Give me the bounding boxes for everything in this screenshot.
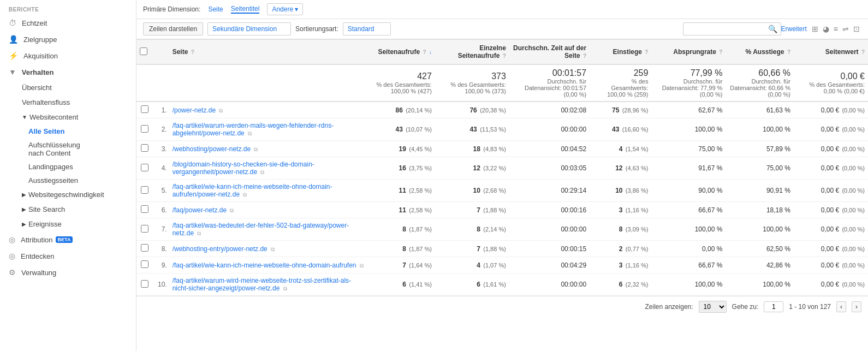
row-checkbox-input[interactable] (141, 244, 148, 252)
th-seite-help[interactable]: ? (191, 49, 194, 55)
row-checkbox-input[interactable] (141, 144, 148, 152)
th-absprungrate-label: Absprungrate (673, 48, 716, 56)
row-checkbox-input[interactable] (141, 164, 148, 171)
sidebar-item-ereignisse[interactable]: ▶ Ereignisse (0, 217, 136, 231)
sidebar-item-verhaltensfluss[interactable]: Verhaltensfluss (0, 95, 136, 110)
compare-view-icon[interactable]: ⇌ (841, 23, 851, 34)
th-zeit[interactable]: Durchschn. Zeit auf der Seite ? (509, 40, 590, 65)
sidebar-item-aufschluesselung[interactable]: Aufschlüsselungnach Content (0, 138, 136, 160)
row-zeit: 00:00:00 (509, 118, 590, 141)
th-seitenwert-help[interactable]: ? (861, 49, 865, 55)
sidebar-item-ausstiegsseiten[interactable]: Ausstiegsseiten (0, 174, 136, 187)
zeilen-select[interactable]: 10 25 50 100 (699, 301, 727, 313)
user-icon: 👤 (9, 35, 18, 44)
page-link[interactable]: /webhosting/power-netz.de (173, 145, 251, 153)
summary-checkbox (136, 64, 152, 102)
th-einstiege-help[interactable]: ? (645, 49, 648, 55)
external-link-icon[interactable]: ⧉ (283, 285, 287, 291)
th-einzelne-help[interactable]: ? (503, 53, 506, 59)
prev-page-button[interactable]: ‹ (836, 301, 846, 312)
row-checkbox-input[interactable] (141, 260, 148, 268)
external-link-icon[interactable]: ⧉ (271, 246, 275, 252)
next-page-button[interactable]: › (852, 301, 861, 312)
row-seitenwert: 0,00 € (0,00 %) (794, 118, 868, 141)
dim-andere-dropdown[interactable]: Andere ▾ (267, 3, 303, 15)
sidebar-item-landingpages[interactable]: Landingpages (0, 160, 136, 174)
sidebar-item-verhalten[interactable]: ▼ Verhalten (0, 64, 136, 80)
search-icon[interactable]: 🔍 (768, 25, 777, 33)
sidebar-item-websitecontent[interactable]: ▼ Websitecontent (0, 110, 136, 124)
th-einstiege[interactable]: Einstiege ? (590, 40, 651, 65)
sek-dim-select[interactable]: Sekundäre Dimension (207, 22, 291, 35)
external-link-icon[interactable]: ⧉ (243, 192, 247, 198)
external-link-icon[interactable]: ⧉ (197, 230, 201, 236)
external-link-icon[interactable]: ⧉ (254, 146, 258, 152)
row-checkbox-input[interactable] (141, 186, 148, 194)
sidebar-item-akquisition[interactable]: ⚡ Akquisition (0, 47, 136, 64)
th-ausstiege[interactable]: % Ausstiege ? (726, 40, 794, 65)
external-link-icon[interactable]: ⧉ (260, 169, 264, 175)
row-checkbox-input[interactable] (141, 125, 148, 133)
th-absprungrate-help[interactable]: ? (719, 49, 722, 55)
external-link-icon[interactable]: ⧉ (360, 263, 364, 269)
row-seitenwert-pct: (0,00 %) (842, 107, 865, 114)
gehe-zu-input[interactable] (764, 301, 783, 312)
summary-einzelne: 373 % des Gesamtwerts: 100,00 % (373) (435, 64, 509, 102)
row-checkbox-input[interactable] (141, 205, 148, 213)
sidebar-item-entdecken[interactable]: ◎ Entdecken (0, 248, 136, 264)
external-link-icon[interactable]: ⧉ (219, 108, 223, 114)
pie-view-icon[interactable]: ◕ (821, 23, 831, 34)
row-checkbox (136, 102, 152, 118)
th-seite[interactable]: Seite ? (169, 40, 367, 65)
th-seitenwert-label: Seitenwert (825, 48, 859, 56)
page-link[interactable]: /faq/power-netz.de (173, 206, 227, 214)
th-ausstiege-help[interactable]: ? (787, 49, 790, 55)
row-einstiege-pct: (1,16 %) (626, 207, 649, 213)
row-checkbox (136, 141, 152, 157)
row-einstiege-val: 3 (619, 206, 623, 214)
bar-view-icon[interactable]: ≡ (832, 23, 840, 34)
sidebar-item-websitegeschwindigkeit[interactable]: ▶ Websitegeschwindigkeit (0, 187, 136, 202)
page-link[interactable]: /faq-artikel/wie-kann-ich-meine-webseite… (173, 183, 332, 198)
page-link[interactable]: /faq-artikel/warum-werden-mails-wegen-fe… (173, 122, 334, 137)
sidebar-item-sitesearch[interactable]: ▶ Site Search (0, 202, 136, 217)
search-input[interactable] (683, 22, 781, 35)
page-link[interactable]: /faq-artikel/wie-kann-ich-meine-webseite… (173, 261, 356, 269)
external-link-icon[interactable]: ⧉ (230, 207, 234, 213)
sidebar-item-echtzeit[interactable]: ⏱ Echtzeit (0, 15, 136, 31)
sidebar-item-attribution[interactable]: ◎ Attribution BETA (0, 231, 136, 248)
grid-view-icon[interactable]: ⊞ (810, 23, 820, 34)
row-zeit: 00:03:05 (509, 157, 590, 180)
sort-select[interactable]: Standard Gewichtet (343, 22, 391, 35)
dim-seite-link[interactable]: Seite (208, 5, 223, 13)
row-einstiege: 2 (0,77 %) (590, 241, 651, 257)
row-einzelne-val: 6 (477, 281, 480, 288)
external-link-icon[interactable]: ⧉ (248, 130, 252, 136)
sidebar-item-verwaltung[interactable]: ⚙ Verwaltung (0, 264, 136, 281)
sidebar-item-uebersicht[interactable]: Übersicht (0, 80, 136, 95)
row-checkbox-input[interactable] (141, 280, 148, 288)
dim-seitentitel-link[interactable]: Seitentitel (231, 5, 260, 14)
scatter-view-icon[interactable]: ⊡ (852, 23, 861, 34)
th-seitenaufrufe[interactable]: Seitenaufrufe ? ↓ (367, 40, 435, 65)
zeilen-darstellen-button[interactable]: Zeilen darstellen (143, 22, 203, 35)
sidebar-item-zielgruppe[interactable]: 👤 Zielgruppe (0, 31, 136, 47)
th-einzelne[interactable]: Einzelne Seitenaufrufe ? (435, 40, 509, 65)
th-seitenaufrufe-help[interactable]: ? (423, 49, 426, 55)
th-zeit-help[interactable]: ? (583, 53, 586, 59)
page-link[interactable]: /power-netz.de (173, 106, 216, 114)
page-link[interactable]: /webhosting-entry/power-netz.de (173, 245, 267, 253)
page-link[interactable]: /faq-artikel/warum-wird-meine-webseite-t… (173, 277, 351, 292)
row-absprungrate: 62,67 % (651, 102, 726, 118)
th-absprungrate[interactable]: Absprungrate ? (651, 40, 726, 65)
erweitert-link[interactable]: Erweitert (781, 25, 806, 33)
sidebar-item-alleseiten[interactable]: Alle Seiten (0, 124, 136, 138)
sidebar-item-label: Verhaltensfluss (22, 98, 70, 106)
row-checkbox-input[interactable] (141, 225, 148, 233)
select-all-checkbox[interactable] (140, 47, 147, 55)
row-einstiege: 12 (4,63 %) (590, 157, 651, 180)
page-link[interactable]: /blog/domain-history-so-checken-sie-die-… (173, 160, 314, 176)
row-checkbox-input[interactable] (141, 105, 148, 113)
th-seitenwert[interactable]: Seitenwert ? (794, 40, 868, 65)
main-content: Primäre Dimension: Seite Seitentitel And… (136, 0, 868, 351)
